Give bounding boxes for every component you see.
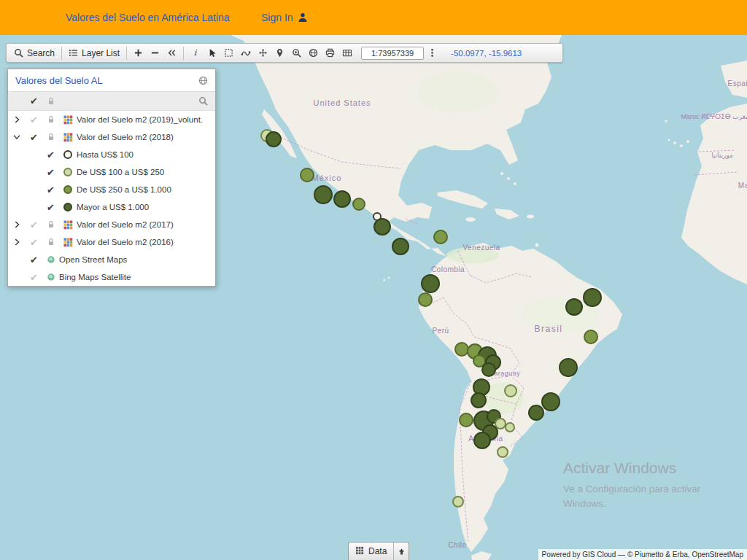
- map-marker[interactable]: [528, 405, 544, 421]
- lock-icon[interactable]: [42, 220, 59, 229]
- layer-list-button[interactable]: Layer List: [65, 47, 123, 60]
- check-all-checkbox[interactable]: ✔: [26, 96, 42, 106]
- collapse-toolbar-button[interactable]: [163, 47, 180, 59]
- zoom-in-button[interactable]: [130, 47, 147, 59]
- map-marker[interactable]: [497, 446, 508, 458]
- map-marker[interactable]: [541, 392, 560, 411]
- expand-chevron-icon[interactable]: [8, 220, 26, 229]
- legend-row[interactable]: ✔Mayor a US$ 1.000: [8, 198, 215, 216]
- visibility-checkbox[interactable]: ✔: [26, 273, 42, 282]
- map-marker[interactable]: [481, 362, 496, 377]
- lock-icon[interactable]: [42, 238, 59, 246]
- chevrons-left-icon: [167, 48, 177, 58]
- layer-row[interactable]: ✔Valor del Suelo m2 (2016): [8, 233, 215, 251]
- box-select-button[interactable]: [220, 47, 237, 59]
- map-marker[interactable]: [374, 218, 391, 236]
- toolbar-separator: [61, 47, 62, 60]
- visibility-checkbox[interactable]: ✔: [42, 150, 59, 160]
- visibility-checkbox[interactable]: ✔: [26, 255, 42, 265]
- map-marker[interactable]: [565, 298, 583, 316]
- map-marker[interactable]: [473, 432, 491, 449]
- sign-in-button[interactable]: Sign In: [261, 12, 308, 23]
- visibility-checkbox[interactable]: ✔: [42, 185, 59, 195]
- layer-panel-controls: ✔: [8, 91, 215, 111]
- basemap-row[interactable]: ✔Open Street Maps: [8, 251, 215, 268]
- map-marker[interactable]: [418, 292, 433, 307]
- layer-list-label: Layer List: [82, 48, 120, 58]
- data-grid-icon: [355, 546, 364, 557]
- visibility-checkbox[interactable]: ✔: [26, 238, 42, 247]
- identify-button[interactable]: i: [187, 47, 204, 59]
- layer-row[interactable]: ✔Valor del Suelo m2 (2018): [8, 128, 215, 146]
- visibility-checkbox[interactable]: ✔: [26, 115, 42, 125]
- map-marker[interactable]: [471, 392, 487, 408]
- layer-label: Valor del Suelo m2 (2017): [77, 220, 177, 229]
- pointer-button[interactable]: [204, 47, 220, 59]
- visibility-checkbox[interactable]: ✔: [26, 220, 42, 230]
- panel-globe-icon[interactable]: [198, 76, 208, 85]
- map-marker[interactable]: [584, 330, 598, 344]
- search-label: Search: [27, 48, 55, 58]
- map-marker[interactable]: [583, 288, 602, 307]
- country-label: España: [728, 79, 747, 88]
- map-marker[interactable]: [504, 384, 517, 397]
- zoom-out-button[interactable]: [147, 47, 163, 59]
- map-marker[interactable]: [300, 168, 314, 182]
- search-button[interactable]: Search: [10, 47, 58, 60]
- map-marker[interactable]: [392, 238, 409, 255]
- visibility-checkbox[interactable]: ✔: [42, 168, 59, 177]
- print-button[interactable]: [322, 47, 338, 59]
- basemap-label: Bing Maps Satellite: [59, 273, 133, 281]
- more-options-button[interactable]: [424, 47, 441, 59]
- lock-all-icon[interactable]: [42, 97, 59, 106]
- visibility-checkbox[interactable]: ✔: [42, 203, 59, 212]
- lock-icon[interactable]: [42, 133, 59, 141]
- visibility-checkbox[interactable]: ✔: [26, 133, 42, 142]
- basemap-icon: [42, 273, 59, 281]
- map-marker[interactable]: [421, 274, 440, 293]
- full-extent-button[interactable]: [305, 47, 322, 59]
- map-marker[interactable]: [452, 496, 464, 508]
- sign-in-label: Sign In: [261, 12, 293, 23]
- layer-panel-title: Valores del Suelo AL: [15, 75, 103, 86]
- pan-button[interactable]: [255, 47, 271, 59]
- layer-thumbnail-icon: [59, 133, 77, 142]
- info-icon: i: [190, 48, 200, 58]
- map-marker[interactable]: [333, 190, 351, 208]
- map-marker[interactable]: [433, 230, 448, 244]
- layer-row[interactable]: ✔Valor del Suelo m2 (2017): [8, 216, 215, 233]
- attribution-text: Powered by GIS Cloud — © Piumetto & Erba…: [542, 551, 743, 559]
- scale-input[interactable]: 1:73957339: [361, 47, 424, 60]
- attribute-table-button[interactable]: [338, 47, 356, 59]
- lock-icon[interactable]: [42, 115, 59, 124]
- map-attribution[interactable]: Powered by GIS Cloud — © Piumetto & Erba…: [538, 549, 747, 560]
- zoom-box-button[interactable]: [288, 47, 305, 59]
- map-marker[interactable]: [559, 358, 578, 377]
- pin-icon: [275, 48, 285, 58]
- map-marker[interactable]: [352, 198, 365, 211]
- map-marker[interactable]: [266, 131, 282, 147]
- legend-row[interactable]: ✔Hasta US$ 100: [8, 146, 215, 163]
- map-marker[interactable]: [505, 422, 515, 432]
- data-expand-arrow-icon[interactable]: [393, 542, 409, 560]
- map-marker[interactable]: [459, 413, 473, 427]
- data-panel-toggle[interactable]: Data: [348, 542, 409, 560]
- expand-chevron-icon[interactable]: [8, 115, 26, 124]
- data-button[interactable]: Data: [349, 542, 393, 560]
- country-label: United States: [313, 98, 371, 107]
- collapse-chevron-icon[interactable]: [8, 133, 26, 141]
- measure-button[interactable]: [237, 47, 255, 59]
- legend-row[interactable]: ✔De US$ 250 a US$ 1.000: [8, 181, 215, 198]
- panel-zoom-icon[interactable]: [198, 96, 208, 106]
- locate-button[interactable]: [271, 47, 288, 59]
- basemap-row[interactable]: ✔Bing Maps Satellite: [8, 268, 215, 286]
- expand-chevron-icon[interactable]: [8, 238, 26, 246]
- map-marker[interactable]: [314, 185, 333, 204]
- layer-panel-header: Valores del Suelo AL: [8, 69, 215, 91]
- globe-icon: [309, 48, 318, 58]
- coordinates-display: -50.0977, -15.9613: [451, 49, 522, 58]
- watermark-title: Activar Windows: [563, 459, 700, 477]
- legend-row[interactable]: ✔De US$ 100 a US$ 250: [8, 163, 215, 181]
- layer-row[interactable]: ✔Valor del Suelo m2 (2019)_volunt.: [8, 111, 215, 128]
- app-header: Valores del Suelo en América Latina Sign…: [0, 0, 747, 35]
